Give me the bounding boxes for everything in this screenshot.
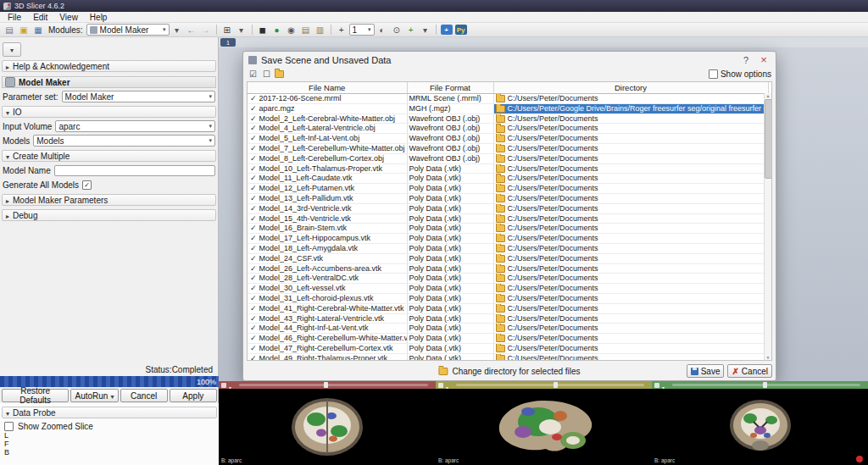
row-checkbox[interactable]: ✓ — [250, 224, 257, 232]
file-format-combo[interactable]: Poly Data (.vtk) — [407, 353, 493, 361]
menu-edit[interactable]: Edit — [27, 12, 53, 22]
section-io[interactable]: IO — [2, 106, 216, 118]
green-slice-controller-bar[interactable] — [652, 381, 868, 389]
directory-cell[interactable]: C:/Users/Peter/Documents — [493, 343, 768, 353]
save-icon[interactable]: ▦ — [31, 24, 45, 36]
row-checkbox[interactable]: ✓ — [250, 344, 257, 352]
row-checkbox[interactable]: ✓ — [250, 194, 257, 202]
file-format-combo[interactable]: Wavefront OBJ (.obj) — [407, 124, 493, 134]
directory-cell[interactable]: C:/Users/Peter/Documents — [493, 124, 768, 134]
table-row[interactable]: ✓Model_13_Left-Pallidum.vtkPoly Data (.v… — [248, 193, 768, 203]
table-row[interactable]: ✓2017-12-06-Scene.mrmlMRML Scene (.mrml)… — [248, 94, 768, 104]
file-name-cell[interactable]: ✓Model_8_Left-Cerebellum-Cortex.obj — [248, 153, 407, 163]
directory-cell[interactable]: C:/Users/Peter/Documents — [493, 174, 768, 184]
directory-cell[interactable]: C:/Users/Peter/Documents — [493, 153, 768, 163]
layout-dropdown-icon[interactable]: ▾ — [235, 24, 248, 36]
file-browser-icon[interactable] — [275, 69, 286, 80]
module-forward-icon[interactable]: → — [199, 24, 213, 36]
file-name-cell[interactable]: ✓Model_12_Left-Putamen.vtk — [248, 184, 407, 194]
table-row[interactable]: ✓Model_2_Left-Cerebral-White-Matter.objW… — [248, 113, 768, 124]
dialog-close-button[interactable] — [757, 53, 771, 66]
directory-cell[interactable]: C:/Users/Peter/Documents — [493, 293, 768, 303]
table-row[interactable]: ✓Model_17_Left-Hippocampus.vtkPoly Data … — [248, 234, 768, 244]
file-name-cell[interactable]: ✓Model_28_Left-VentralDC.vtk — [248, 274, 407, 284]
scroll-up-icon[interactable]: ▲ — [766, 93, 771, 98]
file-name-cell[interactable]: ✓Model_18_Left-Amygdala.vtk — [248, 243, 407, 253]
dialog-titlebar[interactable]: Save Scene and Unsaved Data — [243, 52, 776, 68]
red-slice-view[interactable]: B: aparc — [219, 389, 436, 465]
file-name-cell[interactable]: ✓Model_26_Left-Accumbens-area.vtk — [248, 263, 407, 274]
input-volume-combo[interactable]: aparc ▾ — [55, 120, 215, 132]
directory-cell[interactable]: C:/Users/Peter/Documents — [493, 163, 768, 174]
table-row[interactable]: ✓Model_26_Left-Accumbens-area.vtkPoly Da… — [248, 263, 768, 274]
section-model-maker-parameters[interactable]: Model Maker Parameters — [2, 194, 216, 206]
file-format-combo[interactable]: Wavefront OBJ (.obj) — [407, 134, 493, 144]
directory-cell[interactable]: C:/Users/Peter/Documents — [493, 143, 768, 153]
table-row[interactable]: ✓Model_41_Right-Cerebral-White-Matter.vt… — [248, 303, 768, 313]
rotate-3d-icon[interactable]: ◼ — [256, 24, 270, 36]
show-zoomed-slice-checkbox[interactable] — [4, 422, 14, 431]
menu-view[interactable]: View — [53, 12, 84, 22]
row-checkbox[interactable]: ✓ — [250, 244, 257, 252]
file-name-cell[interactable]: ✓Model_16_Brain-Stem.vtk — [248, 224, 407, 234]
file-name-cell[interactable]: ✓Model_24_CSF.vtk — [248, 253, 407, 263]
error-indicator-dot[interactable] — [856, 456, 863, 462]
row-checkbox[interactable]: ✓ — [250, 164, 257, 173]
file-format-combo[interactable]: Poly Data (.vtk) — [407, 303, 493, 313]
row-checkbox[interactable]: ✓ — [250, 314, 257, 323]
cancel-run-button[interactable]: Cancel — [120, 389, 168, 402]
more-dropdown-icon[interactable]: ▾ — [419, 24, 432, 36]
file-format-combo[interactable]: Poly Data (.vtk) — [407, 203, 493, 213]
file-name-cell[interactable]: ✓Model_30_Left-vessel.vtk — [248, 284, 407, 294]
file-name-cell[interactable]: ✓aparc.mgz — [248, 103, 407, 113]
slice-offset-slider[interactable] — [672, 384, 860, 386]
file-format-combo[interactable]: Poly Data (.vtk) — [407, 263, 493, 274]
row-checkbox[interactable]: ✓ — [250, 234, 257, 242]
file-name-cell[interactable]: ✓Model_10_Left-Thalamus-Proper.vtk — [248, 163, 407, 174]
directory-cell[interactable]: C:/Users/Peter/Documents — [493, 284, 768, 294]
file-name-cell[interactable]: ✓Model_7_Left-Cerebellum-White-Matter.ob… — [248, 143, 407, 153]
table-row[interactable]: ✓Model_8_Left-Cerebellum-Cortex.objWavef… — [248, 153, 768, 163]
place-point-icon[interactable]: ● — [270, 24, 284, 36]
file-name-cell[interactable]: ✓Model_4_Left-Lateral-Ventricle.obj — [248, 124, 407, 134]
directory-cell[interactable]: C:/Users/Peter/Documents — [493, 193, 768, 203]
model-name-input[interactable] — [54, 165, 215, 176]
header-file-name[interactable]: File Name — [248, 82, 407, 94]
table-row[interactable]: ✓Model_46_Right-Cerebellum-White-Matter.… — [248, 334, 768, 344]
table-row[interactable]: ✓Model_31_Left-choroid-plexus.vtkPoly Da… — [248, 293, 768, 303]
directory-cell[interactable]: C:/Users/Peter/Documents — [493, 313, 768, 324]
file-format-combo[interactable]: MRML Scene (.mrml) — [407, 94, 493, 104]
section-help-acknowledgement[interactable]: Help & Acknowledgement — [2, 60, 216, 72]
directory-cell[interactable]: C:/Users/Peter/Documents — [493, 263, 768, 274]
table-row[interactable]: ✓Model_14_3rd-Ventricle.vtkPoly Data (.v… — [248, 203, 768, 213]
directory-cell[interactable]: C:/Users/Peter/Documents — [493, 243, 768, 253]
file-format-combo[interactable]: Poly Data (.vtk) — [407, 324, 493, 334]
file-name-cell[interactable]: ✓Model_15_4th-Ventricle.vtk — [248, 213, 407, 224]
save-button[interactable]: Save — [687, 364, 725, 378]
row-checkbox[interactable]: ✓ — [250, 174, 257, 182]
row-checkbox[interactable]: ✓ — [250, 264, 257, 273]
scene-view-restore-icon[interactable]: ▥ — [314, 24, 327, 36]
directory-cell[interactable]: C:/Users/Peter/Documents — [493, 213, 768, 224]
green-slice-view[interactable]: B: aparc — [652, 389, 868, 465]
file-format-combo[interactable]: Poly Data (.vtk) — [407, 234, 493, 244]
module-history-icon[interactable]: ▾ — [170, 24, 184, 36]
pin-icon[interactable] — [221, 383, 226, 388]
slider-thumb[interactable] — [324, 382, 328, 388]
directory-cell[interactable]: C:/Users/Peter/Documents — [493, 203, 768, 213]
row-checkbox[interactable]: ✓ — [250, 294, 257, 302]
row-checkbox[interactable]: ✓ — [250, 134, 257, 142]
file-format-combo[interactable]: Wavefront OBJ (.obj) — [407, 153, 493, 163]
models-combo[interactable]: Models ▾ — [33, 135, 215, 147]
table-row[interactable]: ✓Model_11_Left-Caudate.vtkPoly Data (.vt… — [248, 174, 768, 184]
table-row[interactable]: ✓Model_16_Brain-Stem.vtkPoly Data (.vtk)… — [248, 224, 768, 234]
table-row[interactable]: ✓Model_10_Left-Thalamus-Proper.vtkPoly D… — [248, 163, 768, 174]
slider-thumb[interactable] — [763, 382, 767, 388]
directory-cell[interactable]: C:/Users/Peter/Documents — [493, 234, 768, 244]
deselect-all-icon[interactable]: ☐ — [261, 69, 272, 80]
extensions-manager-icon[interactable]: + — [441, 25, 453, 35]
row-checkbox[interactable]: ✓ — [250, 144, 257, 152]
file-format-combo[interactable]: Poly Data (.vtk) — [407, 343, 493, 353]
file-name-cell[interactable]: ✓Model_11_Left-Caudate.vtk — [248, 174, 407, 184]
directory-cell[interactable]: C:/Users/Peter/Documents — [493, 274, 768, 284]
